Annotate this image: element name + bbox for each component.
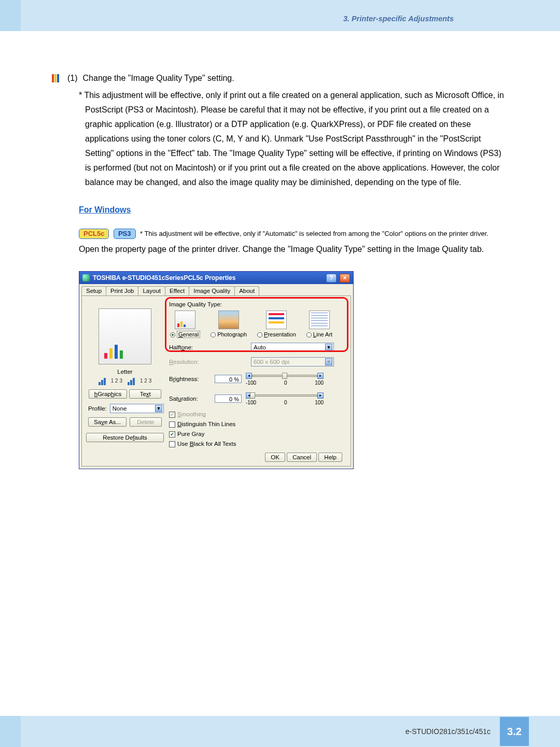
halftone-select[interactable]: Auto ▼ — [251, 343, 334, 352]
tab-effect[interactable]: Effect — [165, 286, 189, 295]
slider-mid: 0 — [284, 400, 287, 405]
slider-right-icon[interactable]: ▸ — [317, 392, 324, 399]
graphics-button[interactable]: hGraphicsGraphics — [89, 389, 127, 399]
help-button[interactable]: ? — [326, 274, 337, 283]
tab-about[interactable]: About — [234, 286, 259, 295]
tab-setup[interactable]: Setup — [81, 286, 106, 295]
slider-min: -100 — [246, 400, 256, 405]
tricolor-icon — [52, 74, 59, 82]
paper-size-label: Letter — [86, 369, 164, 375]
help-button[interactable]: Help — [318, 453, 342, 462]
saturation-label: Saturation: — [169, 396, 211, 402]
right-column: Image Quality Type: General Photograph P… — [169, 301, 346, 447]
page-content: (1) Change the "Image Quality Type" sett… — [0, 31, 560, 469]
step-note: * This adjustment will be effective, onl… — [79, 88, 508, 190]
slider-left-icon[interactable]: ◂ — [246, 373, 252, 379]
profile-label: Profile: — [88, 405, 107, 412]
smoothing-checkbox-row: ✔Smoothing — [169, 411, 346, 418]
step-text: Change the "Image Quality Type" setting. — [83, 74, 234, 83]
profile-value: None — [113, 405, 127, 412]
radio-presentation[interactable] — [257, 332, 262, 337]
general-thumb-icon — [175, 311, 195, 329]
footer-accent — [0, 716, 21, 747]
header-accent — [0, 0, 21, 31]
radio-general[interactable] — [170, 332, 175, 337]
checkbox-icon: ✔ — [169, 412, 175, 418]
iq-option-presentation[interactable]: Presentation — [257, 311, 296, 337]
slider-max: 100 — [315, 400, 324, 405]
open-property-text: Open the property page of the printer dr… — [79, 242, 508, 257]
slider-thumb[interactable] — [282, 373, 287, 379]
dialog-body: Letter 1 2 3 1 2 3 hGraphicsGraphics Tex… — [81, 295, 351, 467]
use-black-checkbox-row[interactable]: Use Black for All Texts — [169, 441, 346, 447]
left-column: Letter 1 2 3 1 2 3 hGraphicsGraphics Tex… — [86, 301, 164, 444]
dialog-button-row: OK Cancel Help — [86, 448, 346, 461]
brightness-slider[interactable]: ◂ ▸ -100 0 100 — [246, 372, 324, 386]
for-windows-heading: For Windows — [79, 205, 508, 215]
close-button[interactable]: × — [340, 274, 350, 283]
delete-button: Delete — [130, 417, 162, 427]
model-label: e-STUDIO281c/351c/451c — [405, 727, 491, 736]
page-preview — [99, 308, 151, 364]
chevron-down-icon[interactable]: ▼ — [325, 344, 332, 351]
thin-lines-checkbox-row[interactable]: Distinguish Thin Lines — [169, 421, 346, 428]
printer-icon — [82, 274, 90, 281]
pcl5c-badge: PCL5c — [79, 229, 109, 239]
profile-select[interactable]: None ▼ — [110, 404, 164, 413]
resolution-value: 600 x 600 dpi — [254, 359, 289, 365]
radio-lineart[interactable] — [306, 332, 312, 337]
tab-print-job[interactable]: Print Job — [106, 286, 138, 295]
brightness-label: Brightness: — [169, 376, 211, 382]
chevron-down-icon[interactable]: ▼ — [155, 405, 162, 412]
iq-option-lineart[interactable]: Line Art — [306, 311, 332, 337]
radio-photograph[interactable] — [211, 332, 216, 337]
badge-row: PCL5c PS3 * This adjustment will be effe… — [79, 226, 508, 240]
slider-max: 100 — [315, 380, 324, 386]
lineart-thumb-icon — [309, 311, 330, 329]
sample-label-1: 1 2 3 — [111, 378, 122, 385]
sample-label-2: 1 2 3 — [140, 378, 151, 385]
pure-gray-checkbox-row[interactable]: ✔Pure Gray — [169, 431, 346, 438]
ps3-badge: PS3 — [114, 229, 136, 239]
dialog-titlebar[interactable]: TOSHIBA e-STUDIO451cSeriesPCL5c Properti… — [79, 272, 353, 284]
slider-mid: 0 — [284, 380, 287, 386]
tab-layout[interactable]: Layout — [138, 286, 165, 295]
tab-image-quality[interactable]: Image Quality — [189, 286, 235, 295]
slider-min: -100 — [246, 380, 256, 386]
printer-properties-dialog: TOSHIBA e-STUDIO451cSeriesPCL5c Properti… — [79, 271, 354, 469]
halftone-label: Halftone: — [169, 344, 211, 350]
ok-button[interactable]: OK — [265, 453, 285, 462]
chevron-down-icon: ▼ — [325, 358, 332, 365]
iq-option-photograph[interactable]: Photograph — [211, 311, 247, 337]
checkbox-icon[interactable] — [169, 421, 175, 428]
presentation-thumb-icon — [266, 311, 287, 329]
sample-thumbs: 1 2 3 1 2 3 — [86, 378, 164, 385]
page-number: 3.2 — [500, 717, 529, 746]
saturation-slider[interactable]: ◂ ▸ -100 0 100 — [246, 391, 324, 406]
page-header: 3. Printer-specific Adjustments — [0, 0, 560, 31]
resolution-select: 600 x 600 dpi ▼ — [251, 357, 334, 367]
saturation-value[interactable]: 0 % — [215, 394, 242, 403]
image-quality-options: General Photograph Presentation Line Art — [169, 311, 346, 337]
restore-defaults-button[interactable]: Restore Defaults — [86, 433, 164, 442]
checkbox-icon[interactable] — [169, 441, 175, 447]
page-footer: e-STUDIO281c/351c/451c 3.2 — [0, 716, 560, 747]
step-number: (1) — [67, 74, 78, 83]
slider-thumb[interactable] — [250, 392, 255, 399]
resolution-label: Resolution: — [169, 359, 211, 365]
cancel-button[interactable]: Cancel — [287, 453, 317, 462]
dialog-title: TOSHIBA e-STUDIO451cSeriesPCL5c Properti… — [93, 274, 323, 281]
step-row: (1) Change the "Image Quality Type" sett… — [52, 73, 508, 83]
text-button[interactable]: Text — [129, 389, 161, 399]
checkbox-icon[interactable]: ✔ — [169, 431, 175, 438]
brightness-value[interactable]: 0 % — [215, 375, 242, 383]
tab-strip: Setup Print Job Layout Effect Image Qual… — [79, 284, 353, 295]
slider-right-icon[interactable]: ▸ — [317, 373, 324, 379]
halftone-value: Auto — [254, 344, 266, 350]
image-quality-type-label: Image Quality Type: — [169, 301, 346, 307]
badge-note: * This adjustment will be effective, onl… — [140, 230, 488, 237]
photo-thumb-icon — [218, 311, 239, 329]
section-title: 3. Printer-specific Adjustments — [343, 15, 454, 23]
iq-option-general[interactable]: General — [170, 311, 200, 337]
save-as-button[interactable]: Save As... — [88, 417, 127, 427]
